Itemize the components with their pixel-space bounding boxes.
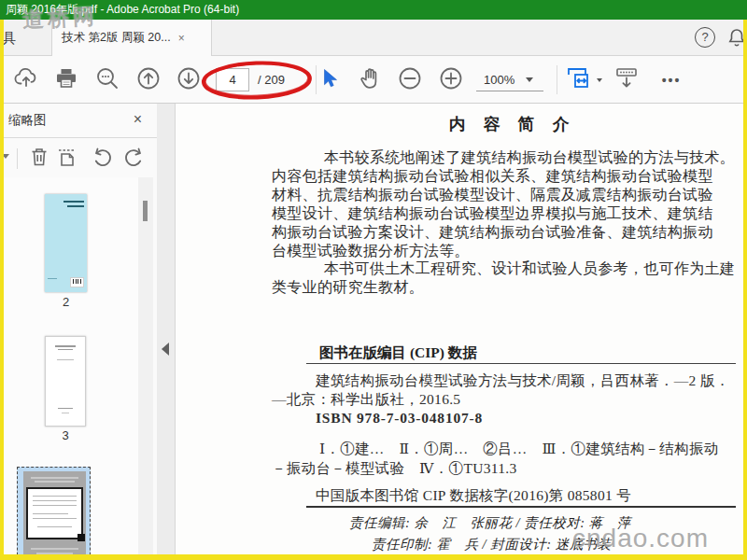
toolbar-separator [557,65,557,94]
hand-icon [357,65,383,95]
previous-page-button[interactable] [132,66,165,94]
zoom-in-button[interactable] [434,66,468,94]
cip-line: —北京：科学出版社，2016.5 [272,390,460,410]
panel-toolbar-separator [17,148,18,169]
scroll-pages-icon [613,65,640,95]
cloud-upload-icon [13,65,39,95]
thumbnail-page-2-label: 2 [45,295,87,309]
page-view-box[interactable] [26,487,83,539]
thumb-decoration [33,500,77,501]
thumbnail-page-3[interactable] [45,336,86,427]
thumb-decoration [58,349,73,350]
thumb-decoration [33,505,77,506]
zoom-out-button[interactable] [393,66,427,94]
select-tool-button[interactable] [313,66,346,94]
help-icon: ? [701,30,708,44]
thumbnail-page-4-selected[interactable] [17,467,91,554]
more-tools-button[interactable]: ••• [654,66,689,94]
cip-heading: 图书在版编目 (CIP) 数据 [319,343,477,363]
thumbnails-panel: 缩略图 × [4,104,157,554]
thumb-decoration [63,201,84,203]
fit-width-icon [566,66,594,94]
screenshot-border [0,554,747,560]
window-titlebar: 周颖 2016年版.pdf - Adobe Acrobat Pro (64-bi… [0,0,747,20]
acrobat-window: 周颖 2016年版.pdf - Adobe Acrobat Pro (64-bi… [0,0,747,560]
panel-splitter[interactable] [157,104,176,554]
thumbnail-list: 2 3 [4,177,138,554]
print-button[interactable] [49,66,83,94]
main-toolbar: / 209 100% ••• [0,56,747,104]
caret-down-icon [597,78,602,82]
panel-close-icon[interactable]: × [134,111,142,128]
hand-tool-button[interactable] [353,66,387,94]
thumb-decoration [58,408,73,410]
thumb-decoration [48,278,57,279]
delete-pages-button[interactable] [27,147,51,171]
fit-width-button[interactable] [562,66,605,94]
scrollbar-thumb[interactable] [143,201,148,221]
cip-line: －振动台－模型试验 Ⅳ．①TU311.3 [272,459,516,479]
barcode [70,277,84,287]
cip-rule-top [306,363,736,364]
cip-line: 中国版本图书馆 CIP 数据核字(2016)第 085801 号 [316,486,631,506]
thumb-decoration [55,345,76,347]
cip-line: Ⅰ．①建… Ⅱ．①周… ②吕… Ⅲ．①建筑结构－结构振动 [319,440,719,459]
screenshot-border [0,20,4,560]
doc-text-line: 材料、抗震结构振动台试验模型设计、隔震及减震结构振动台试验 [272,186,740,204]
share-button[interactable] [9,66,43,94]
thumb-decoration [33,518,77,519]
zoom-level-select[interactable]: 100% [476,69,543,91]
thumbnail-page-2[interactable] [45,194,87,292]
cip-isbn-line: ISBN 978-7-03-048107-8 [316,410,483,427]
minus-circle-icon [397,65,423,95]
insert-pages-button[interactable] [55,147,79,171]
caret-down-icon [526,77,533,82]
view-box-resize-handle[interactable] [78,534,85,541]
help-button[interactable]: ? [695,27,715,48]
tab-close-icon[interactable]: × [178,32,185,45]
rotate-left-button[interactable] [90,147,114,171]
pointer-icon [318,67,341,93]
cip-rule-bottom [306,506,736,508]
plus-circle-icon [438,65,464,95]
thumb-decoration [33,496,77,497]
doc-text-line: 本书可供土木工程研究、设计和试验人员参考，也可作为土建 [272,259,740,278]
doc-text-line: 模型设计、建筑结构振动台试验模型边界模拟与施工技术、建筑结 [272,204,740,223]
search-icon [94,65,120,95]
cip-line: 建筑结构振动台模型试验方法与技术/周颖，吕西林著．—2 版． [316,371,729,391]
panel-options-icon[interactable] [4,154,9,159]
search-button[interactable] [91,66,124,94]
thumbnail-scrollbar[interactable] [138,177,153,554]
screenshot-watermark: 道桥网 [21,2,99,35]
insert-page-icon [56,146,78,172]
tab-document-label: 技术 第2版 周颖 20... [62,30,171,46]
doc-text-line: 本书较系统地阐述了建筑结构振动台模型试验的方法与技术。 [272,148,740,167]
rotate-right-button[interactable] [122,147,147,171]
doc-text-line: 类专业的研究生教材。 [272,278,740,297]
doc-text-line: 台模型试验数据分析方法等。 [272,242,740,260]
trash-icon [28,146,50,172]
thumb-page-image [23,471,86,554]
doc-text-line: 构振动台试验方案设计、建筑结构振动台试验准备、建筑结构振动 [272,223,740,242]
doc-text-line: 内容包括建筑结构振动台试验相似关系、建筑结构振动台试验模型 [272,167,740,186]
document-page[interactable]: 内 容 简 介 本书较系统地阐述了建筑结构振动台模型试验的方法与技术。 内容包括… [176,104,743,554]
print-icon [54,66,78,94]
zoom-level-value: 100% [484,73,514,87]
doc-intro-paragraphs: 本书较系统地阐述了建筑结构振动台模型试验的方法与技术。 内容包括建筑结构振动台试… [272,148,740,297]
page-number-annotation [198,57,316,107]
thumb-decoration [62,413,69,413]
thumb-decoration [35,481,75,483]
rotate-ccw-icon [91,146,113,172]
thumb-decoration [37,526,72,527]
page-scrolling-button[interactable] [610,66,643,94]
thumb-decoration [67,205,84,207]
collapse-panel-icon[interactable] [162,343,169,356]
thumbnail-page-3-label: 3 [45,428,86,442]
thumb-decoration [33,513,68,514]
thumb-decoration [31,548,78,550]
tab-bar: 具 技术 第2版 周颖 20... × ? [0,20,747,56]
rotate-cw-icon [123,146,146,172]
panel-title: 缩略图 [4,112,47,129]
site-watermark: cndao.com [572,524,709,553]
screenshot-border [743,20,747,560]
